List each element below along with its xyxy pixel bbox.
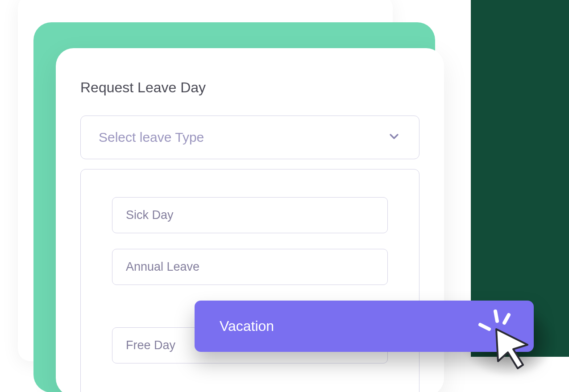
leave-type-options-panel: Sick Day Annual Leave Free Day: [80, 169, 419, 392]
option-sick-day[interactable]: Sick Day: [112, 197, 388, 233]
form-title: Request Leave Day: [80, 79, 419, 96]
vacation-label: Vacation: [220, 318, 274, 334]
select-placeholder: Select leave Type: [99, 130, 204, 145]
chevron-down-icon: [387, 129, 401, 145]
option-annual-leave[interactable]: Annual Leave: [112, 249, 388, 285]
leave-type-select[interactable]: Select leave Type: [80, 116, 419, 159]
option-vacation-highlighted[interactable]: Vacation: [195, 301, 534, 352]
